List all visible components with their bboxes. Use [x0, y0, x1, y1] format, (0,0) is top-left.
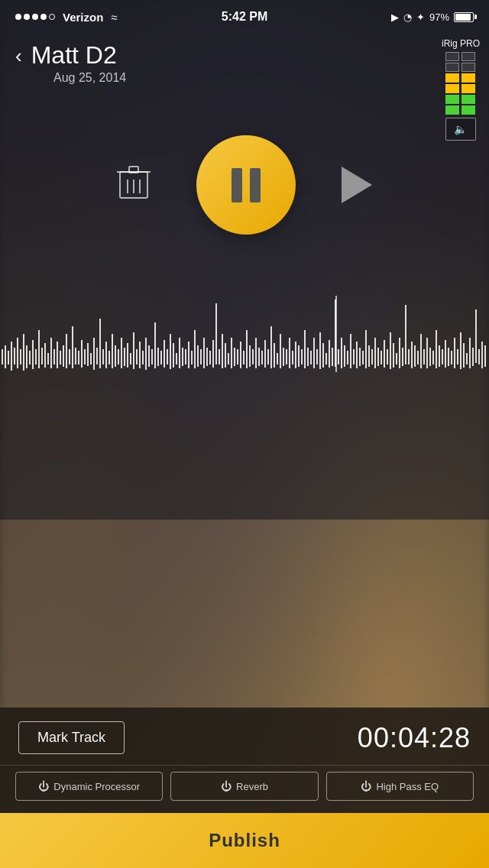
svg-rect-58	[160, 351, 162, 364]
svg-rect-122	[356, 342, 358, 368]
svg-rect-119	[347, 351, 348, 364]
pause-button[interactable]	[196, 135, 296, 235]
svg-rect-113	[329, 340, 330, 368]
svg-rect-23	[53, 349, 55, 364]
svg-rect-19	[41, 348, 43, 364]
svg-rect-66	[185, 349, 186, 364]
svg-rect-149	[439, 345, 440, 367]
publish-button[interactable]: Publish	[0, 813, 489, 868]
svg-rect-24	[57, 342, 58, 368]
svg-rect-10	[14, 348, 15, 364]
svg-rect-69	[194, 330, 196, 368]
svg-rect-153	[451, 351, 452, 364]
svg-rect-129	[377, 348, 379, 366]
svg-rect-107	[310, 351, 312, 364]
svg-rect-6	[2, 349, 3, 364]
waveform[interactable]	[0, 296, 489, 372]
svg-rect-16	[32, 340, 34, 369]
dynamic-processor-button[interactable]: ⏻ Dynamic Processor	[15, 772, 163, 801]
playback-controls	[0, 135, 489, 235]
svg-rect-93	[267, 349, 269, 364]
svg-rect-39	[102, 349, 104, 364]
svg-rect-30	[75, 348, 76, 364]
svg-rect-91	[261, 351, 263, 364]
svg-rect-53	[145, 338, 147, 370]
status-right: ▶ ◔ ✦ 97%	[391, 11, 474, 23]
svg-rect-76	[215, 303, 217, 364]
svg-rect-60	[167, 349, 168, 364]
svg-rect-75	[212, 340, 214, 368]
svg-rect-87	[249, 345, 251, 367]
svg-rect-52	[142, 351, 144, 364]
svg-rect-83	[237, 349, 238, 364]
svg-rect-68	[191, 351, 193, 364]
svg-rect-163	[481, 342, 483, 368]
svg-rect-124	[362, 351, 364, 364]
high-pass-eq-label: High Pass EQ	[376, 781, 439, 792]
svg-rect-111	[322, 343, 324, 368]
svg-rect-150	[442, 349, 443, 364]
svg-rect-22	[50, 338, 52, 368]
meter-cell	[445, 95, 459, 104]
svg-rect-158	[466, 353, 468, 364]
svg-rect-45	[121, 338, 122, 368]
delete-button[interactable]	[117, 163, 151, 208]
meter-cell	[461, 63, 475, 72]
svg-rect-40	[105, 342, 107, 368]
meter-cell	[445, 63, 459, 72]
bluetooth-icon: ✦	[416, 11, 425, 23]
svg-rect-89	[255, 338, 257, 368]
svg-rect-49	[133, 332, 134, 369]
svg-rect-70	[197, 345, 199, 367]
svg-rect-94	[270, 326, 272, 368]
meter-cell	[445, 73, 459, 83]
svg-rect-140	[411, 342, 413, 368]
svg-rect-101	[292, 351, 293, 364]
svg-rect-154	[454, 338, 455, 368]
svg-rect-27	[66, 334, 67, 368]
svg-rect-102	[295, 342, 296, 368]
meter-cell	[461, 52, 475, 61]
volume-button[interactable]: 🔈	[445, 118, 476, 141]
signal-dot-1	[15, 14, 21, 20]
location-icon: ▶	[391, 11, 399, 23]
high-pass-eq-button[interactable]: ⏻ High Pass EQ	[326, 772, 474, 801]
carrier-name: Verizon	[63, 11, 103, 24]
signal-dot-3	[32, 14, 38, 20]
svg-rect-15	[29, 351, 31, 364]
svg-rect-136	[399, 338, 400, 368]
svg-rect-118	[344, 345, 345, 367]
svg-rect-73	[206, 348, 208, 366]
svg-rect-13	[23, 334, 24, 371]
svg-rect-59	[164, 340, 165, 368]
svg-rect-96	[277, 353, 278, 364]
svg-rect-114	[332, 348, 333, 366]
back-button[interactable]: ‹	[15, 46, 22, 66]
svg-rect-36	[93, 338, 95, 370]
svg-rect-21	[47, 353, 49, 364]
irig-section: iRig PRO 🔈	[442, 38, 480, 141]
svg-rect-106	[307, 348, 309, 366]
svg-rect-85	[243, 351, 244, 364]
reverb-button[interactable]: ⏻ Reverb	[170, 772, 318, 801]
volume-icon: 🔈	[454, 123, 467, 135]
svg-rect-79	[225, 343, 226, 368]
svg-rect-78	[222, 334, 223, 368]
svg-rect-134	[393, 343, 394, 368]
mark-track-button[interactable]: Mark Track	[18, 721, 125, 754]
next-button[interactable]	[342, 167, 372, 203]
meter-cell	[461, 84, 475, 93]
svg-rect-112	[325, 353, 327, 364]
next-icon	[342, 167, 372, 203]
dynamic-processor-label: Dynamic Processor	[53, 781, 140, 792]
svg-rect-108	[313, 338, 315, 368]
svg-rect-72	[203, 338, 205, 368]
effects-row: ⏻ Dynamic Processor ⏻ Reverb ⏻ High Pass…	[0, 766, 489, 813]
svg-rect-29	[72, 326, 73, 368]
svg-rect-133	[390, 332, 391, 369]
svg-rect-160	[472, 348, 474, 366]
svg-rect-157	[463, 343, 465, 368]
svg-rect-151	[445, 340, 446, 368]
svg-rect-47	[127, 343, 128, 368]
svg-rect-103	[298, 345, 300, 367]
